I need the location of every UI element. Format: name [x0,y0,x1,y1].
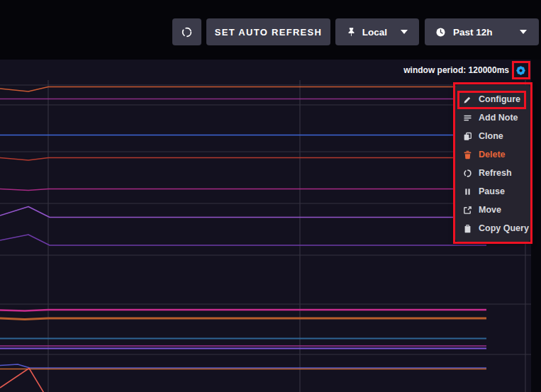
refresh-icon-small [463,169,472,178]
pin-icon [347,27,356,38]
context-menu: Configure Add Note Clone Delete Refresh … [455,85,530,242]
time-range-dropdown[interactable]: Past 12h [425,18,539,45]
series-brick-red [0,158,486,161]
note-lines-icon [463,113,472,123]
clipboard-icon [463,224,472,233]
gear-button[interactable] [515,65,527,77]
timezone-dropdown-label: Local [362,27,387,38]
clock-icon [435,27,446,38]
trash-icon [463,150,472,159]
time-range-dropdown-label: Past 12h [453,27,493,38]
series-magenta [0,189,486,191]
menu-item-refresh[interactable]: Refresh [455,164,530,182]
pencil-icon [463,95,472,104]
menu-item-add-note[interactable]: Add Note [455,108,530,127]
menu-item-copy-query[interactable]: Copy Query [455,219,530,237]
page-background-strip [531,60,541,392]
series-salmon-spike [0,369,45,392]
refresh-button[interactable] [172,18,201,45]
menu-item-configure[interactable]: Configure [455,90,530,108]
series-orange-top [0,87,486,92]
menu-item-clone[interactable]: Clone [455,127,530,145]
chevron-down-icon [520,30,527,34]
series-orange-thick [0,318,486,320]
refresh-icon [181,26,193,38]
window-period-label: window period: 120000ms [403,65,509,75]
clone-icon [463,132,472,141]
pause-icon [463,187,472,196]
chevron-down-icon [401,30,408,34]
menu-item-delete[interactable]: Delete [455,145,530,164]
menu-item-move[interactable]: Move [455,201,530,219]
gear-icon [515,65,527,77]
timezone-dropdown[interactable]: Local [335,18,419,45]
series-blue-violet [0,364,486,368]
move-icon [463,206,472,215]
set-auto-refresh-button[interactable]: SET AUTO REFRESH [206,18,330,45]
toolbar: SET AUTO REFRESH Local Past 12h [0,0,541,60]
series-pink-thick [0,310,486,311]
menu-item-pause[interactable]: Pause [455,182,530,201]
series-purple-peak [0,207,486,218]
series-dark-purple [0,235,486,245]
